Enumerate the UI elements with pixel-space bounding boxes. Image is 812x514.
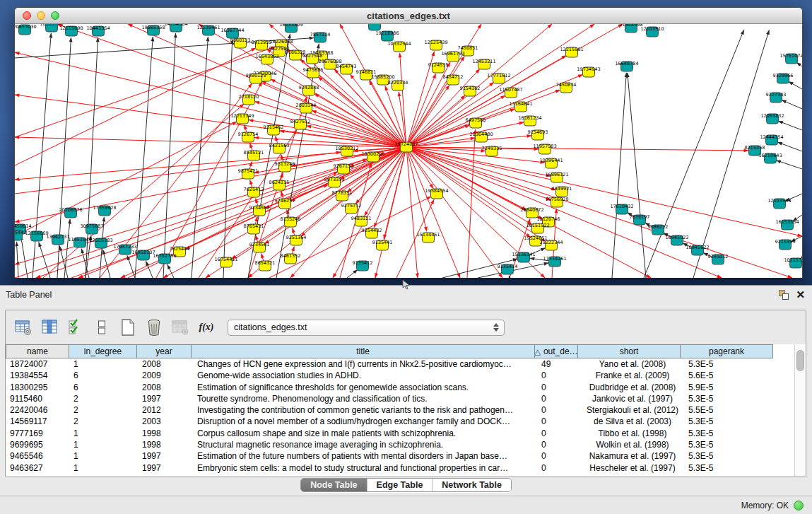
graph-node-teal[interactable]: 9135414 <box>498 264 518 274</box>
column-header-pagerank[interactable]: pagerank <box>680 344 773 358</box>
column-header-short[interactable]: short <box>577 344 681 358</box>
graph-node-yellow[interactable]: 9135441 <box>372 240 393 250</box>
table-row[interactable]: 946554611997Estimation of the future num… <box>6 450 794 462</box>
graph-node-teal[interactable]: 11548498 <box>619 24 642 33</box>
new-table-button[interactable] <box>119 318 137 337</box>
graph-node-yellow[interactable]: 9513246 <box>275 161 295 172</box>
table-row[interactable]: 969969511998Structural magnetic resonanc… <box>6 439 794 450</box>
graph-node-teal[interactable]: 15751074 <box>779 53 802 64</box>
graph-node-teal[interactable]: 10443354 <box>86 25 110 36</box>
graph-node-yellow[interactable]: 8860123 <box>230 37 251 48</box>
graph-node-teal[interactable]: 12155690 <box>59 25 83 36</box>
graph-node-yellow[interactable]: 8654321 <box>255 260 276 271</box>
tab-edge-table[interactable]: Edge Table <box>367 479 433 491</box>
graph-node-teal[interactable]: 12103554 <box>767 198 791 209</box>
close-window-button[interactable] <box>23 11 31 20</box>
graph-node-yellow[interactable]: 2803144 <box>296 103 317 113</box>
select-all-rows-button[interactable] <box>66 318 85 337</box>
graph-node-teal[interactable]: 7857224 <box>310 32 331 42</box>
graph-node-yellow[interactable]: 19384554 <box>425 188 448 199</box>
graph-node-teal[interactable]: 17359928 <box>93 205 116 216</box>
network-view-canvas[interactable]: 1872400788601238912955182260589827503818… <box>15 24 802 278</box>
graph-node-yellow[interactable]: 4549921 <box>552 186 572 197</box>
network-window[interactable]: citations_edges.txt 18724007886012389129… <box>14 7 803 278</box>
column-header-year[interactable]: year <box>136 344 192 358</box>
graph-node-teal[interactable]: 20206576 <box>59 207 82 218</box>
graph-node-teal[interactable]: 17610432 <box>610 204 633 214</box>
graph-node-teal[interactable]: 16210643 <box>758 153 782 163</box>
graph-node-teal[interactable]: 16958107 <box>131 250 155 260</box>
graph-node-teal[interactable]: 7639197 <box>630 214 650 225</box>
table-row[interactable]: 2242004622012Investigating the contribut… <box>6 404 794 416</box>
graph-node-teal[interactable]: 19565358 <box>141 25 165 35</box>
column-header-in_degree[interactable]: in_degree <box>69 344 137 358</box>
graph-node-yellow[interactable]: 10396441 <box>539 158 563 168</box>
memory-ok-indicator[interactable] <box>794 501 804 510</box>
graph-node-yellow[interactable]: 8454743 <box>336 64 357 74</box>
graph-node-yellow[interactable]: 12453211 <box>472 59 495 69</box>
graph-node-teal[interactable]: 30975887 <box>80 223 103 234</box>
graph-node-teal[interactable]: 12239461 <box>196 25 220 35</box>
network-window-titlebar[interactable]: citations_edges.txt <box>15 8 802 24</box>
graph-node-teal[interactable]: 16782756 <box>153 253 176 264</box>
table-row[interactable]: 1456911722003Disruption of a novel membe… <box>6 416 794 427</box>
graph-node-yellow[interactable]: 9254402 <box>362 228 382 238</box>
graph-node-teal[interactable]: 12156869 <box>25 230 48 241</box>
graph-node-teal[interactable]: 19218986 <box>375 30 399 41</box>
graph-node-yellow[interactable]: 12215961 <box>560 47 583 57</box>
column-header-out_de[interactable]: △out_de… <box>534 344 578 358</box>
graph-node-yellow[interactable]: 7249335 <box>482 146 502 156</box>
graph-node-teal[interactable]: 17334261 <box>543 256 566 267</box>
graph-node-yellow[interactable]: 16543862 <box>255 54 278 64</box>
minimize-window-button[interactable] <box>37 11 45 20</box>
graph-node-yellow[interactable]: 2718120 <box>239 94 259 105</box>
graph-node-teal[interactable]: 12103510 <box>640 26 664 37</box>
float-panel-icon[interactable] <box>779 290 789 300</box>
graph-node-teal[interactable]: 16648784 <box>615 61 638 71</box>
graph-node-yellow[interactable]: 12125439 <box>424 40 447 50</box>
graph-node-yellow[interactable]: 9875421 <box>238 168 259 179</box>
graph-node-teal[interactable]: 9135412 <box>353 260 373 271</box>
table-settings-button[interactable] <box>14 318 33 337</box>
close-panel-icon[interactable]: ✕ <box>796 290 805 300</box>
graph-node-yellow[interactable]: 7450834 <box>556 82 577 93</box>
graph-node-yellow[interactable]: 16754411 <box>214 257 237 267</box>
graph-node-teal[interactable]: 11451944 <box>68 237 91 247</box>
graph-node-yellow[interactable]: 8461352 <box>281 253 301 264</box>
graph-node-yellow[interactable]: 8220334 <box>388 80 408 90</box>
table-row[interactable]: 946362711997Embryonic stem cells: a mode… <box>6 462 794 474</box>
graph-node-teal[interactable]: 9086212 <box>648 224 669 235</box>
graph-node-teal[interactable]: 13942737 <box>46 234 69 245</box>
row-height-button[interactable] <box>93 318 111 337</box>
graph-node-teal[interactable]: 9215355 <box>775 239 796 250</box>
graph-node-yellow[interactable]: 8765431 <box>244 223 264 234</box>
graph-node-teal[interactable]: 20653030 <box>15 24 37 35</box>
graph-node-yellow[interactable]: 16161234 <box>518 115 541 126</box>
graph-node-teal[interactable]: 14754304 <box>164 24 187 32</box>
graph-node-yellow[interactable]: 15134451 <box>416 232 440 243</box>
graph-node-yellow[interactable]: 6497568 <box>466 117 486 128</box>
show-columns-button[interactable] <box>40 318 59 337</box>
graph-node-yellow[interactable]: 17771612 <box>487 73 510 83</box>
graph-node-yellow[interactable]: 9234561 <box>249 242 270 252</box>
column-header-name[interactable]: name <box>6 344 69 358</box>
graph-node-yellow[interactable]: 8421563 <box>269 143 290 153</box>
table-selector-dropdown[interactable]: citations_edges.txt <box>228 320 505 336</box>
graph-node-yellow[interactable]: 18530212 <box>335 146 358 156</box>
graph-node-yellow[interactable]: 16896121 <box>545 172 568 182</box>
graph-node-yellow[interactable]: 10332544 <box>387 41 411 52</box>
graph-node-yellow[interactable]: 9746251 <box>275 198 295 209</box>
graph-node-yellow[interactable]: 16961793 <box>441 51 464 62</box>
graph-node-yellow[interactable]: 9483121 <box>351 216 372 226</box>
graph-node-yellow[interactable]: 13164641 <box>509 101 532 112</box>
table-row[interactable]: 911546021997Tourette syndrome. Phenomeno… <box>6 393 794 404</box>
graph-node-yellow[interactable]: 8624135 <box>269 180 290 190</box>
graph-node-teal[interactable]: 16945022 <box>665 235 688 245</box>
column-header-title[interactable]: title <box>191 344 535 358</box>
function-builder-button[interactable]: f(x) <box>197 318 216 337</box>
graph-node-yellow[interactable]: 9154693 <box>528 129 548 140</box>
graph-node-teal[interactable]: 16153554 <box>775 219 799 230</box>
graph-node-yellow[interactable]: 16151522 <box>526 223 549 233</box>
graph-node-yellow[interactable]: 12213349 <box>230 113 254 124</box>
graph-node-teal[interactable]: 9245012 <box>708 254 729 264</box>
